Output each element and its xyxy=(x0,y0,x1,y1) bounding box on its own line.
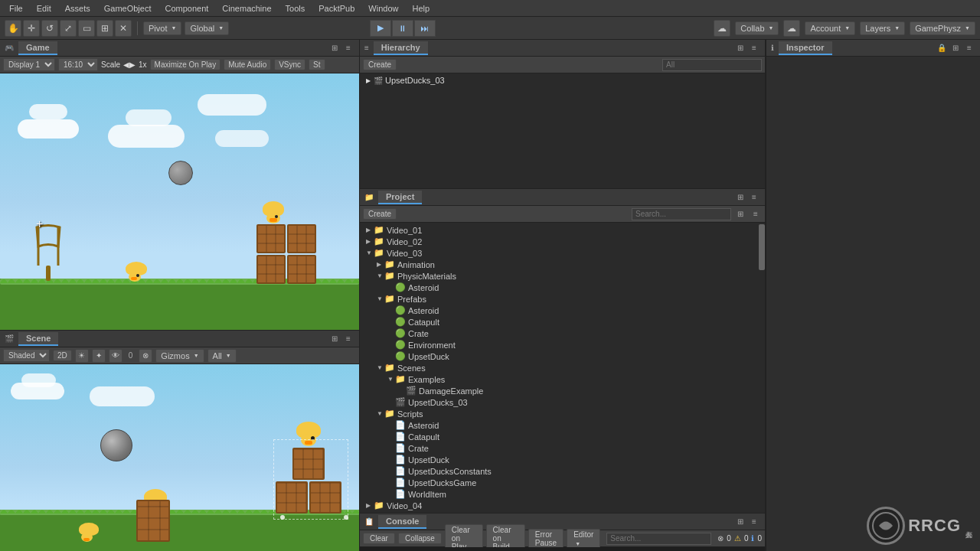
game-close[interactable]: ≡ xyxy=(342,42,354,54)
game-tab[interactable]: Game xyxy=(18,41,57,55)
pivot-dropdown[interactable]: Pivot ▼ xyxy=(143,21,181,35)
pause-button[interactable]: ⏸ xyxy=(392,20,413,37)
proj-item-examples[interactable]: ▼ 📁 Examples xyxy=(360,373,765,385)
ratio-select[interactable]: 16:10 xyxy=(58,58,98,71)
proj-item-catapult[interactable]: 📄 Catapult xyxy=(360,431,765,442)
insp-menu[interactable]: ≡ xyxy=(963,42,975,54)
lighting-btn[interactable]: ☀ xyxy=(75,349,89,363)
menu-assets[interactable]: Assets xyxy=(59,2,96,15)
global-dropdown[interactable]: Global ▼ xyxy=(185,21,229,35)
proj-item-environment[interactable]: 🟢 Environment xyxy=(360,339,765,350)
layers-dropdown[interactable]: Layers ▼ xyxy=(860,21,905,35)
stats-btn[interactable]: St xyxy=(309,59,325,70)
collapse-btn[interactable]: Collapse xyxy=(398,533,442,544)
menu-gameobject[interactable]: GameObject xyxy=(98,2,158,15)
collab-dropdown[interactable]: Collab ▼ xyxy=(735,21,779,35)
console-menu[interactable]: ≡ xyxy=(748,516,760,528)
proj-item-animation[interactable]: ▶ 📁 Animation xyxy=(360,259,765,270)
account-dropdown[interactable]: Account ▼ xyxy=(805,21,855,35)
proj-scrollbar[interactable] xyxy=(759,223,765,513)
console-maximize[interactable]: ⊞ xyxy=(734,516,746,528)
proj-create-btn[interactable]: Create xyxy=(363,208,397,220)
menu-file[interactable]: File xyxy=(3,2,29,15)
hier-item-upsetducks[interactable]: ▶ 🎬 UpsetDucks_03 xyxy=(360,75,765,86)
proj-item-upsetduck[interactable]: 📄 UpsetDuck xyxy=(360,454,765,465)
display-select[interactable]: Display 1 xyxy=(3,58,55,71)
move-tool[interactable]: ✛ xyxy=(23,20,40,37)
clear-btn[interactable]: Clear xyxy=(363,533,395,544)
proj-item-physicmaterials[interactable]: ▼ 📁 PhysicMaterials xyxy=(360,270,765,282)
transform-tool[interactable]: ⊞ xyxy=(96,20,113,37)
project-tab[interactable]: Project xyxy=(378,191,422,204)
scene-maximize[interactable]: ⊞ xyxy=(328,333,341,345)
scene-filter-dropdown[interactable]: All ▼ xyxy=(207,349,237,363)
2d-btn[interactable]: 2D xyxy=(53,350,72,361)
game-maximize[interactable]: ⊞ xyxy=(328,42,341,54)
proj-item-video_04[interactable]: ▶ 📁 Video_04 xyxy=(360,500,765,511)
proj-item-scenes[interactable]: ▼ 📁 Scenes xyxy=(360,362,765,373)
step-button[interactable]: ⏭ xyxy=(414,20,436,37)
editor-btn[interactable]: Editor ▼ xyxy=(567,529,600,549)
scene-tab[interactable]: Scene xyxy=(18,332,58,346)
proj-sort[interactable]: ≡ xyxy=(750,208,762,220)
hierarchy-tab[interactable]: Hierarchy xyxy=(374,41,428,55)
cloud-btn[interactable]: ☁ xyxy=(783,20,800,37)
insp-maximize[interactable]: ⊞ xyxy=(949,42,962,54)
proj-item-crate[interactable]: 📄 Crate xyxy=(360,442,765,454)
gamephys-dropdown[interactable]: GamePhysz ▼ xyxy=(910,21,975,35)
menu-help[interactable]: Help xyxy=(406,2,436,15)
custom-tool[interactable]: ✕ xyxy=(115,20,132,37)
scale-tool[interactable]: ⤢ xyxy=(60,20,77,37)
play-button[interactable]: ▶ xyxy=(370,20,391,37)
proj-view-toggle[interactable]: ⊞ xyxy=(734,208,746,220)
proj-item-prefabs[interactable]: ▼ 📁 Prefabs xyxy=(360,293,765,305)
proj-item-upsetducksconstants[interactable]: 📄 UpsetDucksConstants xyxy=(360,465,765,477)
hier-create-btn[interactable]: Create xyxy=(363,59,397,70)
menu-edit[interactable]: Edit xyxy=(31,2,57,15)
scene-view-btn[interactable]: 👁 xyxy=(109,349,122,363)
audio-btn[interactable]: ⊗ xyxy=(139,349,152,363)
proj-item-damageexample[interactable]: 🎬 DamageExample xyxy=(360,385,765,396)
menu-tools[interactable]: Tools xyxy=(279,2,312,15)
proj-item-video_02[interactable]: ▶ 📁 Video_02 xyxy=(360,236,765,247)
fx-btn[interactable]: ✦ xyxy=(92,349,106,363)
menu-cinemachine[interactable]: Cinemachine xyxy=(216,2,277,15)
proj-item-upsetducks_03[interactable]: 🎬 UpsetDucks_03 xyxy=(360,396,765,408)
proj-item-asteroid[interactable]: 🟢 Asteroid xyxy=(360,282,765,293)
proj-item-crate[interactable]: 🟢 Crate xyxy=(360,328,765,339)
hier-maximize[interactable]: ⊞ xyxy=(734,42,746,54)
proj-item-asteroid[interactable]: 📄 Asteroid xyxy=(360,419,765,431)
scene-menu[interactable]: ≡ xyxy=(342,333,354,345)
hier-menu[interactable]: ≡ xyxy=(748,42,760,54)
proj-item-video_03[interactable]: ▼ 📁 Video_03 xyxy=(360,247,765,259)
mute-audio-btn[interactable]: Mute Audio xyxy=(224,59,271,70)
shading-select[interactable]: Shaded xyxy=(3,349,50,362)
menu-window[interactable]: Window xyxy=(362,2,404,15)
menu-packtpub[interactable]: PacktPub xyxy=(312,2,361,15)
proj-scrollbar-thumb[interactable] xyxy=(759,224,765,270)
gizmos-dropdown[interactable]: Gizmos ▼ xyxy=(155,349,204,363)
proj-search[interactable] xyxy=(632,208,731,220)
inspector-tab[interactable]: Inspector xyxy=(779,41,832,55)
proj-item-upsetduck[interactable]: 🟢 UpsetDuck xyxy=(360,350,765,362)
rect-tool[interactable]: ▭ xyxy=(78,20,95,37)
insp-lock[interactable]: 🔒 xyxy=(936,42,948,54)
proj-item-catapult[interactable]: 🟢 Catapult xyxy=(360,316,765,328)
hand-tool[interactable]: ✋ xyxy=(5,20,21,37)
menu-component[interactable]: Component xyxy=(158,2,214,15)
proj-menu[interactable]: ≡ xyxy=(748,191,760,204)
console-search[interactable] xyxy=(606,533,711,545)
maximize-play-btn[interactable]: Maximize On Play xyxy=(150,59,221,70)
proj-item-asteroid[interactable]: 🟢 Asteroid xyxy=(360,305,765,316)
proj-item-video_01[interactable]: ▶ 📁 Video_01 xyxy=(360,224,765,236)
rotate-tool[interactable]: ↺ xyxy=(41,20,58,37)
vsync-btn[interactable]: VSync xyxy=(274,59,305,70)
hier-search[interactable] xyxy=(662,59,762,71)
console-tab[interactable]: Console xyxy=(378,515,426,529)
collab-icon[interactable]: ☁ xyxy=(714,20,730,37)
proj-item-scripts[interactable]: ▼ 📁 Scripts xyxy=(360,408,765,419)
error-pause-btn[interactable]: Error Pause xyxy=(528,529,564,549)
proj-item-upsetducksgame[interactable]: 📄 UpsetDucksGame xyxy=(360,477,765,488)
proj-maximize[interactable]: ⊞ xyxy=(734,191,746,204)
proj-item-worlditem[interactable]: 📄 WorldItem xyxy=(360,488,765,500)
